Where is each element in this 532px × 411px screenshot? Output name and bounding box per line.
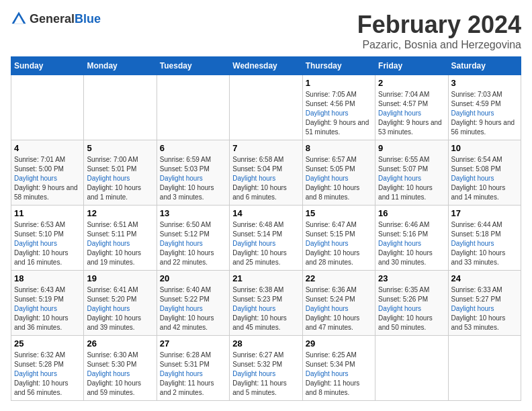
day-info: Sunrise: 6:40 AMSunset: 5:22 PMDaylight … <box>160 285 226 332</box>
day-info: Sunrise: 6:41 AMSunset: 5:20 PMDaylight … <box>87 285 153 332</box>
calendar-cell: 17Sunrise: 6:44 AMSunset: 5:18 PMDayligh… <box>448 205 521 271</box>
daylight-label: Daylight hours <box>378 240 421 247</box>
day-info: Sunrise: 6:55 AMSunset: 5:07 PMDaylight … <box>378 155 445 202</box>
calendar-cell: 9Sunrise: 6:55 AMSunset: 5:07 PMDaylight… <box>375 140 448 205</box>
day-info: Sunrise: 7:03 AMSunset: 4:59 PMDaylight … <box>451 90 518 137</box>
header-day-thursday: Thursday <box>302 57 375 75</box>
day-info: Sunrise: 6:30 AMSunset: 5:30 PMDaylight … <box>87 351 153 398</box>
calendar-cell: 12Sunrise: 6:51 AMSunset: 5:11 PMDayligh… <box>84 205 157 271</box>
day-number: 20 <box>160 273 226 283</box>
calendar-cell: 1Sunrise: 7:05 AMSunset: 4:56 PMDaylight… <box>302 75 375 140</box>
day-info: Sunrise: 6:28 AMSunset: 5:31 PMDaylight … <box>160 351 226 398</box>
day-info: Sunrise: 6:38 AMSunset: 5:23 PMDaylight … <box>232 285 299 332</box>
day-info: Sunrise: 6:53 AMSunset: 5:10 PMDaylight … <box>14 220 81 267</box>
day-number: 10 <box>451 143 518 153</box>
day-info: Sunrise: 6:54 AMSunset: 5:08 PMDaylight … <box>451 155 518 202</box>
header-day-saturday: Saturday <box>448 57 521 75</box>
calendar-cell <box>157 75 229 140</box>
daylight-label: Daylight hours <box>378 109 421 117</box>
day-info: Sunrise: 6:51 AMSunset: 5:11 PMDaylight … <box>87 220 153 267</box>
day-number: 1 <box>306 78 372 88</box>
day-info: Sunrise: 6:50 AMSunset: 5:12 PMDaylight … <box>160 220 226 267</box>
calendar-cell: 7Sunrise: 6:58 AMSunset: 5:04 PMDaylight… <box>230 140 302 205</box>
calendar-cell: 23Sunrise: 6:35 AMSunset: 5:26 PMDayligh… <box>375 271 448 336</box>
daylight-label: Daylight hours <box>306 370 349 377</box>
header-day-tuesday: Tuesday <box>157 57 229 75</box>
week-row-2: 4Sunrise: 7:01 AMSunset: 5:00 PMDaylight… <box>11 140 521 205</box>
day-number: 29 <box>306 338 372 349</box>
calendar-cell: 21Sunrise: 6:38 AMSunset: 5:23 PMDayligh… <box>230 271 302 336</box>
day-number: 22 <box>306 273 372 283</box>
calendar-cell: 26Sunrise: 6:30 AMSunset: 5:30 PMDayligh… <box>84 336 157 401</box>
day-info: Sunrise: 6:57 AMSunset: 5:05 PMDaylight … <box>306 155 372 202</box>
daylight-label: Daylight hours <box>87 175 130 182</box>
week-row-4: 18Sunrise: 6:43 AMSunset: 5:19 PMDayligh… <box>11 271 521 336</box>
day-number: 16 <box>378 208 445 218</box>
daylight-label: Daylight hours <box>451 240 494 247</box>
daylight-label: Daylight hours <box>87 240 130 247</box>
header-row: SundayMondayTuesdayWednesdayThursdayFrid… <box>11 57 521 75</box>
daylight-label: Daylight hours <box>378 175 421 182</box>
day-number: 14 <box>232 208 299 218</box>
daylight-label: Daylight hours <box>87 370 130 377</box>
calendar-cell: 6Sunrise: 6:59 AMSunset: 5:03 PMDaylight… <box>157 140 229 205</box>
calendar-cell <box>84 75 157 140</box>
title-area: February 2024 Pazaric, Bosnia and Herzeg… <box>357 11 521 51</box>
header-day-sunday: Sunday <box>11 57 84 75</box>
calendar-cell: 18Sunrise: 6:43 AMSunset: 5:19 PMDayligh… <box>11 271 84 336</box>
calendar-table: SundayMondayTuesdayWednesdayThursdayFrid… <box>11 56 521 401</box>
day-number: 4 <box>14 143 81 153</box>
week-row-1: 1Sunrise: 7:05 AMSunset: 4:56 PMDaylight… <box>11 75 521 140</box>
calendar-cell: 25Sunrise: 6:32 AMSunset: 5:28 PMDayligh… <box>11 336 84 401</box>
calendar-cell: 16Sunrise: 6:46 AMSunset: 5:16 PMDayligh… <box>375 205 448 271</box>
day-number: 21 <box>232 273 299 283</box>
calendar-cell: 2Sunrise: 7:04 AMSunset: 4:57 PMDaylight… <box>375 75 448 140</box>
daylight-label: Daylight hours <box>87 305 130 312</box>
daylight-label: Daylight hours <box>232 240 275 247</box>
calendar-cell <box>11 75 84 140</box>
calendar-cell: 8Sunrise: 6:57 AMSunset: 5:05 PMDaylight… <box>302 140 375 205</box>
page-header: GeneralBlue February 2024 Pazaric, Bosni… <box>11 11 521 51</box>
daylight-label: Daylight hours <box>306 175 349 182</box>
day-info: Sunrise: 7:04 AMSunset: 4:57 PMDaylight … <box>378 90 445 137</box>
daylight-label: Daylight hours <box>14 370 57 377</box>
calendar-cell: 22Sunrise: 6:36 AMSunset: 5:24 PMDayligh… <box>302 271 375 336</box>
day-number: 17 <box>451 208 518 218</box>
daylight-label: Daylight hours <box>451 109 494 117</box>
day-number: 24 <box>451 273 518 283</box>
calendar-cell: 28Sunrise: 6:27 AMSunset: 5:32 PMDayligh… <box>230 336 302 401</box>
day-info: Sunrise: 6:59 AMSunset: 5:03 PMDaylight … <box>160 155 226 202</box>
logo-icon <box>11 11 27 27</box>
logo: GeneralBlue <box>11 11 101 27</box>
day-number: 3 <box>451 78 518 88</box>
header-day-wednesday: Wednesday <box>230 57 302 75</box>
day-info: Sunrise: 6:47 AMSunset: 5:15 PMDaylight … <box>306 220 372 267</box>
day-number: 19 <box>87 273 153 283</box>
month-title: February 2024 <box>357 11 521 39</box>
day-number: 26 <box>87 338 153 349</box>
daylight-label: Daylight hours <box>14 305 57 312</box>
daylight-label: Daylight hours <box>232 175 275 182</box>
calendar-cell: 24Sunrise: 6:33 AMSunset: 5:27 PMDayligh… <box>448 271 521 336</box>
logo-general: General <box>30 12 75 26</box>
day-info: Sunrise: 6:36 AMSunset: 5:24 PMDaylight … <box>306 285 372 332</box>
location: Pazaric, Bosnia and Herzegovina <box>357 39 521 51</box>
daylight-label: Daylight hours <box>451 305 494 312</box>
calendar-cell: 14Sunrise: 6:48 AMSunset: 5:14 PMDayligh… <box>230 205 302 271</box>
day-info: Sunrise: 6:35 AMSunset: 5:26 PMDaylight … <box>378 285 445 332</box>
calendar-cell: 3Sunrise: 7:03 AMSunset: 4:59 PMDaylight… <box>448 75 521 140</box>
daylight-label: Daylight hours <box>160 240 203 247</box>
header-day-friday: Friday <box>375 57 448 75</box>
day-info: Sunrise: 6:43 AMSunset: 5:19 PMDaylight … <box>14 285 81 332</box>
day-info: Sunrise: 7:01 AMSunset: 5:00 PMDaylight … <box>14 155 81 202</box>
calendar-cell: 13Sunrise: 6:50 AMSunset: 5:12 PMDayligh… <box>157 205 229 271</box>
daylight-label: Daylight hours <box>232 370 275 377</box>
logo-blue: Blue <box>75 12 101 26</box>
day-number: 5 <box>87 143 153 153</box>
daylight-label: Daylight hours <box>160 305 203 312</box>
week-row-5: 25Sunrise: 6:32 AMSunset: 5:28 PMDayligh… <box>11 336 521 401</box>
week-row-3: 11Sunrise: 6:53 AMSunset: 5:10 PMDayligh… <box>11 205 521 271</box>
daylight-label: Daylight hours <box>378 305 421 312</box>
daylight-label: Daylight hours <box>14 240 57 247</box>
day-number: 8 <box>306 143 372 153</box>
